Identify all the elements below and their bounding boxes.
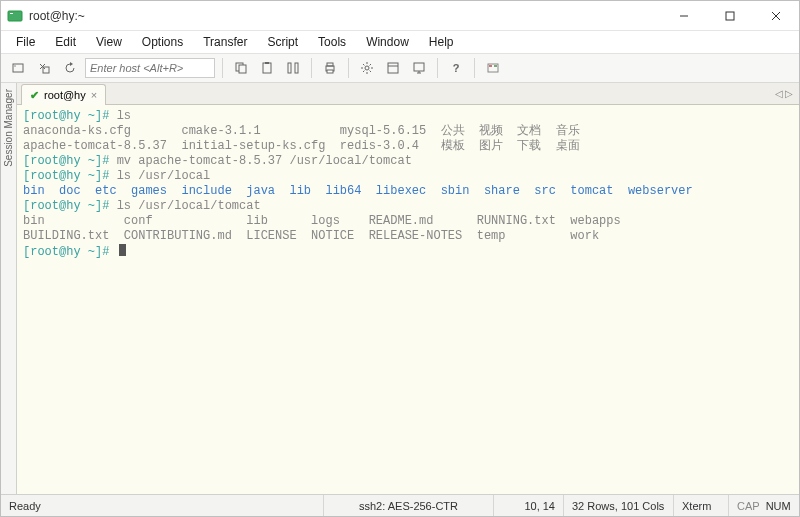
status-lock: CAP NUM [729, 495, 799, 516]
toolbar: ? [1, 53, 799, 83]
cmd: ls /usr/local/tomcat [117, 199, 261, 213]
svg-rect-6 [13, 64, 23, 72]
menu-help[interactable]: Help [420, 33, 463, 51]
tabbar: ✔ root@hy × ◁ ▷ [17, 83, 799, 105]
svg-rect-27 [494, 65, 497, 67]
paste-icon[interactable] [256, 57, 278, 79]
copy-icon[interactable] [230, 57, 252, 79]
find-icon[interactable] [282, 57, 304, 79]
tab-next-icon[interactable]: ▷ [785, 88, 793, 99]
svg-point-7 [14, 65, 15, 66]
prompt: [root@hy ~]# [23, 245, 117, 259]
svg-rect-0 [8, 11, 22, 21]
svg-text:?: ? [453, 62, 460, 74]
output: bin doc etc games include java lib lib64… [23, 184, 793, 199]
cmd: ls /usr/local [117, 169, 211, 183]
status-ready: Ready [1, 495, 324, 516]
host-input[interactable] [85, 58, 215, 78]
cmd: mv apache-tomcat-8.5.37 /usr/local/tomca… [117, 154, 412, 168]
toolbar-sep [222, 58, 223, 78]
prompt: [root@hy ~]# [23, 109, 117, 123]
window-title: root@hy:~ [29, 9, 661, 23]
extra-icon[interactable] [482, 57, 504, 79]
svg-rect-17 [327, 70, 333, 73]
status-size: 32 Rows, 101 Cols [564, 495, 674, 516]
maximize-button[interactable] [707, 1, 753, 31]
statusbar: Ready ssh2: AES-256-CTR 10, 14 32 Rows, … [1, 494, 799, 516]
tab-label: root@hy [44, 89, 86, 101]
prompt: [root@hy ~]# [23, 154, 117, 168]
tab-session[interactable]: ✔ root@hy × [21, 84, 106, 105]
toolbar-sep [474, 58, 475, 78]
tab-prev-icon[interactable]: ◁ [775, 88, 783, 99]
help-icon[interactable]: ? [445, 57, 467, 79]
properties-icon[interactable] [382, 57, 404, 79]
app-window: root@hy:~ File Edit View Options Transfe… [0, 0, 800, 517]
status-pos: 10, 14 [494, 495, 564, 516]
titlebar: root@hy:~ [1, 1, 799, 31]
cursor [119, 244, 126, 256]
svg-rect-13 [288, 63, 291, 73]
app-icon [7, 8, 23, 24]
svg-rect-21 [414, 63, 424, 71]
svg-rect-26 [489, 65, 492, 67]
menu-file[interactable]: File [7, 33, 44, 51]
status-protocol: ssh2: AES-256-CTR [324, 495, 494, 516]
toolbar-sep [437, 58, 438, 78]
status-term: Xterm [674, 495, 729, 516]
output: bin conf lib logs README.md RUNNING.txt … [23, 214, 793, 229]
print-icon[interactable] [319, 57, 341, 79]
tab-navigation: ◁ ▷ [775, 83, 799, 104]
output: apache-tomcat-8.5.37 initial-setup-ks.cf… [23, 139, 793, 154]
svg-rect-1 [10, 13, 13, 14]
session-manager-tab[interactable]: Session Manager [1, 83, 17, 494]
toolbar-sep [311, 58, 312, 78]
reconnect-icon[interactable] [59, 57, 81, 79]
output: BUILDING.txt CONTRIBUTING.md LICENSE NOT… [23, 229, 793, 244]
disconnect-icon[interactable] [33, 57, 55, 79]
settings-icon[interactable] [356, 57, 378, 79]
menu-options[interactable]: Options [133, 33, 192, 51]
tab-close-icon[interactable]: × [91, 89, 97, 101]
svg-rect-16 [327, 63, 333, 66]
menu-script[interactable]: Script [258, 33, 307, 51]
prompt: [root@hy ~]# [23, 199, 117, 213]
menubar: File Edit View Options Transfer Script T… [1, 31, 799, 53]
session-icon[interactable] [408, 57, 430, 79]
svg-rect-14 [295, 63, 298, 73]
connect-icon[interactable] [7, 57, 29, 79]
menu-window[interactable]: Window [357, 33, 418, 51]
svg-rect-19 [388, 63, 398, 73]
terminal[interactable]: [root@hy ~]# ls anaconda-ks.cfg cmake-3.… [17, 105, 799, 494]
toolbar-sep [348, 58, 349, 78]
close-button[interactable] [753, 1, 799, 31]
svg-point-18 [365, 66, 369, 70]
menu-view[interactable]: View [87, 33, 131, 51]
menu-tools[interactable]: Tools [309, 33, 355, 51]
output: anaconda-ks.cfg cmake-3.1.1 mysql-5.6.15… [23, 124, 793, 139]
cmd: ls [117, 109, 131, 123]
svg-rect-12 [265, 62, 269, 64]
minimize-button[interactable] [661, 1, 707, 31]
prompt: [root@hy ~]# [23, 169, 117, 183]
check-icon: ✔ [30, 89, 39, 102]
svg-rect-11 [263, 63, 271, 73]
menu-transfer[interactable]: Transfer [194, 33, 256, 51]
svg-rect-10 [239, 65, 246, 73]
body: Session Manager ✔ root@hy × ◁ ▷ [root@hy… [1, 83, 799, 494]
svg-rect-3 [726, 12, 734, 20]
menu-edit[interactable]: Edit [46, 33, 85, 51]
main-area: ✔ root@hy × ◁ ▷ [root@hy ~]# ls anaconda… [17, 83, 799, 494]
